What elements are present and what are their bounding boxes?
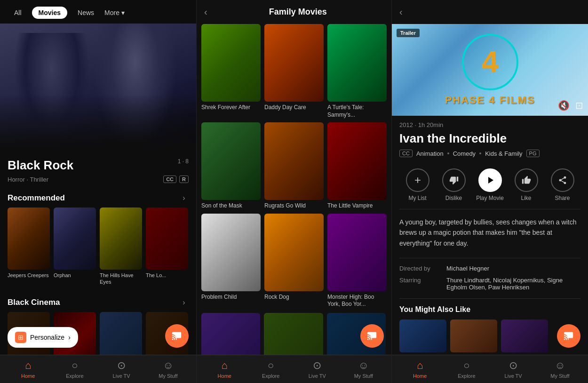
right-nav-livetv[interactable]: ⊙ Live TV	[499, 359, 527, 379]
genre-row: CC Animation Comedy Kids & Family PG	[399, 150, 580, 157]
right-nav-mystuff[interactable]: ☺ My Stuff	[546, 359, 574, 379]
recommended-list: Jeepers Creepers Orphan The Hills Have E…	[0, 207, 196, 291]
mid-nav-mystuff[interactable]: ☺ My Stuff	[350, 359, 378, 379]
movie-year-dur: 2012 · 1h 20min	[399, 121, 580, 128]
mid-nav-home[interactable]: ⌂ Home	[210, 359, 238, 379]
directed-by-value: Michael Hegner	[446, 265, 580, 272]
hero-movie-info: Black Rock 1 · 8 Horror · Thriller CC R	[0, 151, 196, 187]
rec-label-1: Orphan	[54, 272, 96, 279]
grid-poster-1	[264, 24, 324, 102]
middle-panel: ‹ Family Movies Shrek Forever After Dadd…	[197, 0, 392, 383]
rec-movie-0[interactable]: Jeepers Creepers	[8, 207, 50, 286]
grid-label-6: Problem Child	[201, 294, 261, 301]
cast-button-left[interactable]	[165, 324, 189, 348]
rec-movie-1[interactable]: Orphan	[54, 207, 96, 286]
phase4-text: PHASE 4 FILMS	[445, 94, 535, 106]
personalize-icon: ⊞	[15, 332, 26, 343]
directed-by-row: Directed by Michael Hegner	[399, 265, 580, 272]
right-panel: ‹ 4 PHASE 4 FILMS Trailer 🔇 ⊡ 2012 · 1h …	[392, 0, 588, 383]
phase4-circle: 4	[462, 34, 518, 90]
hero-image	[0, 24, 196, 151]
play-button[interactable]: Play Movie	[476, 168, 504, 201]
grid-movie-0[interactable]: Shrek Forever After	[201, 24, 261, 119]
rec-label-3: The Lo...	[146, 272, 188, 279]
recommended-chevron[interactable]: ›	[179, 193, 189, 203]
home-icon-left: ⌂	[25, 359, 31, 372]
explore-icon-mid: ○	[268, 359, 274, 372]
page-indicator: 1 · 8	[178, 158, 189, 165]
mystuff-icon-mid: ☺	[358, 359, 369, 372]
mylist-icon	[406, 168, 429, 192]
explore-label-mid: Explore	[262, 373, 279, 379]
ym-movie-1[interactable]	[450, 319, 497, 352]
hero-title: Black Rock	[8, 158, 73, 173]
filter-more[interactable]: More ▾	[104, 9, 125, 16]
grid-movie-7[interactable]: Rock Dog	[264, 214, 324, 308]
genre-comedy: Comedy	[453, 150, 476, 157]
grid-movie-2[interactable]: A Turtle's Tale: Sammy's...	[327, 24, 387, 119]
movie-description: A young boy, targeted by bullies, sees c…	[399, 217, 580, 248]
right-pg-badge: PG	[526, 150, 540, 157]
left-scroll-content: Black Rock 1 · 8 Horror · Thriller CC R …	[0, 151, 196, 383]
hero-badges: CC R	[163, 176, 189, 183]
rec-poster-3	[146, 207, 188, 270]
mute-icon[interactable]: 🔇	[558, 100, 570, 111]
mid-nav-livetv[interactable]: ⊙ Live TV	[303, 359, 331, 379]
rec-movie-3[interactable]: The Lo...	[146, 207, 188, 286]
livetv-label-mid: Live TV	[309, 373, 326, 379]
fullscreen-icon[interactable]: ⊡	[575, 100, 583, 111]
ym-movie-0[interactable]	[399, 319, 446, 352]
home-label-right: Home	[413, 373, 427, 379]
genre-animation: Animation	[416, 150, 444, 157]
genre-dot-1	[447, 152, 449, 154]
genre-dot-2	[479, 152, 481, 154]
mid-bottom-nav: ⌂ Home ○ Explore ⊙ Live TV ☺ My Stuff	[197, 355, 391, 383]
explore-label-left: Explore	[66, 373, 83, 379]
share-button[interactable]: Share	[548, 168, 577, 201]
right-back-button[interactable]: ‹	[399, 7, 403, 17]
like-button[interactable]: Like	[512, 168, 540, 201]
grid-movie-6[interactable]: Problem Child	[201, 214, 261, 308]
ym-movie-2[interactable]	[501, 319, 548, 352]
home-label-mid: Home	[218, 373, 231, 379]
left-nav-mystuff[interactable]: ☺ My Stuff	[154, 359, 182, 379]
filter-movies[interactable]: Movies	[32, 7, 67, 19]
rec-movie-2[interactable]: The Hills Have Eyes	[100, 207, 142, 286]
play-icon	[478, 168, 502, 192]
filter-news[interactable]: News	[71, 7, 101, 19]
right-header: ‹	[392, 0, 588, 24]
you-might-title: You Might Also Like	[399, 305, 580, 314]
grid-movie-5[interactable]: The Little Vampire	[327, 122, 387, 210]
mystuff-label-left: My Stuff	[159, 373, 177, 379]
you-might-section: You Might Also Like	[399, 298, 580, 352]
left-nav-livetv[interactable]: ⊙ Live TV	[107, 359, 135, 379]
rec-poster-1	[54, 207, 96, 270]
mylist-label: My List	[408, 195, 426, 201]
personalize-toast[interactable]: ⊞ Personalize ›	[8, 327, 78, 348]
directed-by-label: Directed by	[399, 265, 446, 272]
explore-icon-left: ○	[72, 359, 78, 372]
filter-all[interactable]: All	[8, 7, 28, 19]
right-nav-home[interactable]: ⌂ Home	[406, 359, 434, 379]
left-nav-explore[interactable]: ○ Explore	[61, 359, 89, 379]
right-nav-explore[interactable]: ○ Explore	[453, 359, 481, 379]
left-nav-home[interactable]: ⌂ Home	[14, 359, 42, 379]
cast-button-right[interactable]	[557, 324, 580, 348]
cast-button-mid[interactable]	[360, 324, 384, 348]
mid-back-button[interactable]: ‹	[204, 7, 207, 17]
black-cinema-chevron[interactable]: ›	[179, 298, 189, 307]
explore-icon-right: ○	[463, 359, 469, 372]
like-label: Like	[521, 195, 531, 201]
grid-label-5: The Little Vampire	[327, 202, 387, 210]
grid-movie-1[interactable]: Daddy Day Care	[264, 24, 324, 119]
left-panel: All Movies News More ▾ Black Rock 1 · 8 …	[0, 0, 197, 383]
grid-movie-3[interactable]: Son of the Mask	[201, 122, 261, 210]
mystuff-icon-left: ☺	[163, 359, 173, 372]
trailer-frame: 4 PHASE 4 FILMS Trailer 🔇 ⊡	[392, 24, 588, 116]
starring-label: Starring	[399, 277, 446, 291]
dislike-button[interactable]: Dislike	[440, 168, 468, 201]
mid-nav-explore[interactable]: ○ Explore	[257, 359, 285, 379]
grid-movie-4[interactable]: Rugrats Go Wild	[264, 122, 324, 210]
grid-movie-8[interactable]: Monster High: Boo York, Boo Yor...	[327, 214, 387, 308]
mylist-button[interactable]: My List	[404, 168, 432, 201]
